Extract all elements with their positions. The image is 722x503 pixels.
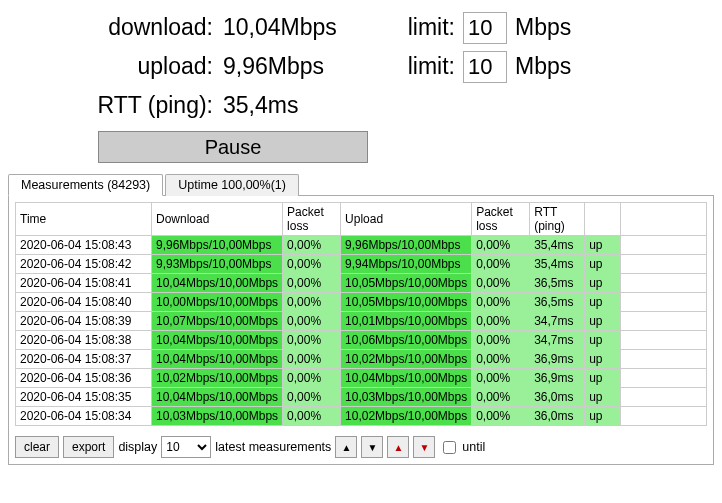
col-packet-loss-ul[interactable]: Packet loss: [472, 203, 530, 236]
table-row[interactable]: 2020-06-04 15:08:4010,00Mbps/10,00Mbps0,…: [16, 293, 707, 312]
cell-packet-loss-dl: 0,00%: [283, 274, 341, 293]
nav-next-button[interactable]: [387, 436, 409, 458]
cell-upload: 10,05Mbps/10,00Mbps: [341, 274, 472, 293]
table-row[interactable]: 2020-06-04 15:08:3910,07Mbps/10,00Mbps0,…: [16, 312, 707, 331]
cell-packet-loss-ul: 0,00%: [472, 407, 530, 426]
display-count-select[interactable]: 10: [161, 436, 211, 458]
cell-status: up: [585, 274, 621, 293]
cell-upload: 10,05Mbps/10,00Mbps: [341, 293, 472, 312]
col-time[interactable]: Time: [16, 203, 152, 236]
rtt-value: 35,4ms: [223, 86, 383, 125]
cell-packet-loss-ul: 0,00%: [472, 350, 530, 369]
col-rtt[interactable]: RTT (ping): [530, 203, 585, 236]
cell-rtt: 34,7ms: [530, 312, 585, 331]
cell-rtt: 36,0ms: [530, 407, 585, 426]
col-spacer: [621, 203, 707, 236]
limit-download-input[interactable]: [463, 12, 507, 44]
cell-rtt: 36,5ms: [530, 293, 585, 312]
cell-upload: 10,03Mbps/10,00Mbps: [341, 388, 472, 407]
export-button[interactable]: export: [63, 436, 114, 458]
cell-packet-loss-dl: 0,00%: [283, 236, 341, 255]
cell-rtt: 36,5ms: [530, 274, 585, 293]
cell-download: 10,00Mbps/10,00Mbps: [152, 293, 283, 312]
cell-download: 10,03Mbps/10,00Mbps: [152, 407, 283, 426]
triangle-down-red-icon: [419, 440, 429, 454]
limit-upload-unit: Mbps: [507, 47, 571, 86]
table-row[interactable]: 2020-06-04 15:08:3710,04Mbps/10,00Mbps0,…: [16, 350, 707, 369]
cell-rtt: 36,9ms: [530, 369, 585, 388]
table-row[interactable]: 2020-06-04 15:08:4110,04Mbps/10,00Mbps0,…: [16, 274, 707, 293]
cell-packet-loss-ul: 0,00%: [472, 312, 530, 331]
nav-prev-button[interactable]: [361, 436, 383, 458]
until-checkbox[interactable]: [443, 441, 456, 454]
table-row[interactable]: 2020-06-04 15:08:3410,03Mbps/10,00Mbps0,…: [16, 407, 707, 426]
cell-spacer: [621, 407, 707, 426]
cell-spacer: [621, 369, 707, 388]
cell-time: 2020-06-04 15:08:35: [16, 388, 152, 407]
cell-packet-loss-ul: 0,00%: [472, 255, 530, 274]
cell-rtt: 34,7ms: [530, 331, 585, 350]
download-label: download:: [48, 8, 223, 47]
cell-packet-loss-ul: 0,00%: [472, 369, 530, 388]
tab-measurements[interactable]: Measurements (84293): [8, 174, 163, 196]
cell-download: 10,04Mbps/10,00Mbps: [152, 331, 283, 350]
cell-download: 10,02Mbps/10,00Mbps: [152, 369, 283, 388]
cell-status: up: [585, 312, 621, 331]
table-row[interactable]: 2020-06-04 15:08:3810,04Mbps/10,00Mbps0,…: [16, 331, 707, 350]
cell-status: up: [585, 331, 621, 350]
cell-packet-loss-ul: 0,00%: [472, 236, 530, 255]
cell-upload: 10,06Mbps/10,00Mbps: [341, 331, 472, 350]
cell-download: 9,96Mbps/10,00Mbps: [152, 236, 283, 255]
cell-packet-loss-ul: 0,00%: [472, 388, 530, 407]
cell-spacer: [621, 236, 707, 255]
cell-upload: 10,01Mbps/10,00Mbps: [341, 312, 472, 331]
tab-strip: Measurements (84293) Uptime 100,00%(1): [8, 173, 714, 196]
col-packet-loss-dl[interactable]: Packet loss: [283, 203, 341, 236]
table-row[interactable]: 2020-06-04 15:08:429,93Mbps/10,00Mbps0,0…: [16, 255, 707, 274]
table-row[interactable]: 2020-06-04 15:08:439,96Mbps/10,00Mbps0,0…: [16, 236, 707, 255]
table-row[interactable]: 2020-06-04 15:08:3510,04Mbps/10,00Mbps0,…: [16, 388, 707, 407]
clear-button[interactable]: clear: [15, 436, 59, 458]
limit-download-unit: Mbps: [507, 8, 571, 47]
cell-spacer: [621, 331, 707, 350]
limit-download-label: limit:: [383, 8, 463, 47]
cell-upload: 9,96Mbps/10,00Mbps: [341, 236, 472, 255]
until-label: until: [462, 440, 485, 454]
cell-status: up: [585, 369, 621, 388]
cell-status: up: [585, 293, 621, 312]
cell-packet-loss-ul: 0,00%: [472, 274, 530, 293]
cell-spacer: [621, 388, 707, 407]
cell-rtt: 35,4ms: [530, 236, 585, 255]
table-row[interactable]: 2020-06-04 15:08:3610,02Mbps/10,00Mbps0,…: [16, 369, 707, 388]
measurements-table: Time Download Packet loss Upload Packet …: [15, 202, 707, 426]
cell-packet-loss-ul: 0,00%: [472, 293, 530, 312]
cell-spacer: [621, 312, 707, 331]
cell-packet-loss-dl: 0,00%: [283, 407, 341, 426]
cell-download: 10,07Mbps/10,00Mbps: [152, 312, 283, 331]
cell-time: 2020-06-04 15:08:34: [16, 407, 152, 426]
triangle-down-icon: [367, 440, 377, 454]
cell-spacer: [621, 293, 707, 312]
cell-spacer: [621, 255, 707, 274]
limit-upload-input[interactable]: [463, 51, 507, 83]
pause-button[interactable]: Pause: [98, 131, 368, 163]
cell-packet-loss-dl: 0,00%: [283, 369, 341, 388]
cell-packet-loss-dl: 0,00%: [283, 350, 341, 369]
cell-rtt: 36,0ms: [530, 388, 585, 407]
cell-packet-loss-ul: 0,00%: [472, 331, 530, 350]
cell-time: 2020-06-04 15:08:40: [16, 293, 152, 312]
cell-rtt: 36,9ms: [530, 350, 585, 369]
col-upload[interactable]: Upload: [341, 203, 472, 236]
cell-download: 10,04Mbps/10,00Mbps: [152, 388, 283, 407]
nav-last-button[interactable]: [413, 436, 435, 458]
col-status[interactable]: [585, 203, 621, 236]
cell-time: 2020-06-04 15:08:41: [16, 274, 152, 293]
cell-upload: 10,02Mbps/10,00Mbps: [341, 350, 472, 369]
tab-uptime[interactable]: Uptime 100,00%(1): [165, 174, 299, 196]
triangle-up-red-icon: [393, 440, 403, 454]
stats-panel: download: 10,04Mbps limit: Mbps upload: …: [48, 8, 714, 125]
nav-first-button[interactable]: [335, 436, 357, 458]
col-download[interactable]: Download: [152, 203, 283, 236]
measurements-panel: Time Download Packet loss Upload Packet …: [8, 196, 714, 465]
cell-packet-loss-dl: 0,00%: [283, 293, 341, 312]
